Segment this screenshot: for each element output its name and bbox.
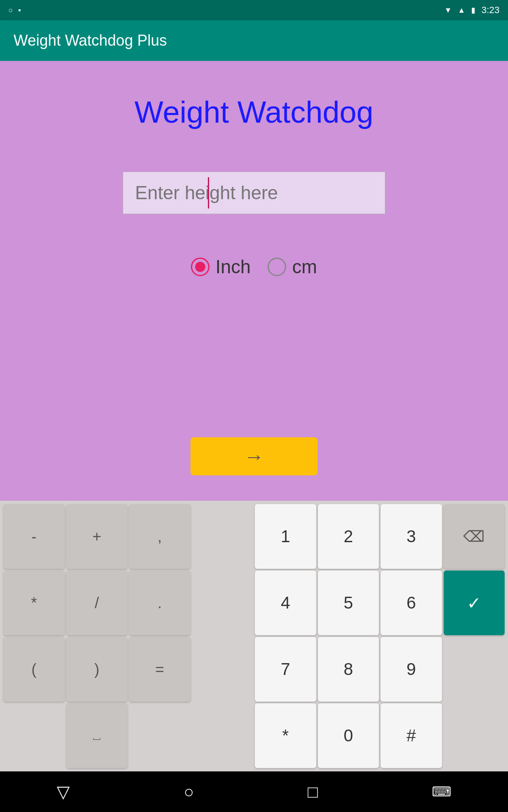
next-button[interactable]: → <box>190 437 318 475</box>
key-asterisk[interactable]: * <box>3 571 65 635</box>
app-heading: Weight Watchdog <box>135 95 373 129</box>
key-plus[interactable]: + <box>66 504 128 569</box>
arrow-right-icon: → <box>244 445 264 468</box>
inch-radio-inner <box>195 262 205 272</box>
keyboard-row-4: ⎵ * 0 # <box>3 703 505 768</box>
key-7[interactable]: 7 <box>255 637 316 702</box>
nav-bar: ▽ ○ □ ⌨ <box>0 771 508 812</box>
key-8[interactable]: 8 <box>318 637 379 702</box>
key-hash[interactable]: # <box>381 703 442 768</box>
key-3[interactable]: 3 <box>381 504 442 569</box>
key-delete[interactable]: ⌫ <box>444 504 505 569</box>
status-left-icons: ○ ▪ <box>8 6 21 15</box>
circle-icon: ○ <box>8 6 13 15</box>
back-icon[interactable]: ▽ <box>57 782 70 801</box>
keyboard-row-3: ( ) = 7 8 9 <box>3 637 505 702</box>
unit-radio-group: Inch cm <box>191 256 317 277</box>
key-enter[interactable]: ✓ <box>444 571 505 635</box>
key-dot[interactable]: . <box>129 571 190 635</box>
recents-icon[interactable]: □ <box>308 782 318 801</box>
status-bar: ○ ▪ ▼ ▲ ▮ 3:23 <box>0 0 508 20</box>
height-input[interactable] <box>123 172 385 214</box>
sim-icon: ▪ <box>18 6 21 15</box>
key-5[interactable]: 5 <box>318 571 379 635</box>
key-close-paren[interactable]: ) <box>66 637 128 702</box>
key-minus[interactable]: - <box>3 504 65 569</box>
keyboard: - + , 1 2 3 ⌫ * / . 4 5 6 ✓ ( ) = 7 8 9 … <box>0 501 508 771</box>
key-empty-7 <box>192 703 254 768</box>
inch-radio-circle[interactable] <box>191 258 210 276</box>
key-empty-8 <box>444 703 505 768</box>
text-cursor <box>208 177 209 208</box>
home-icon[interactable]: ○ <box>184 782 194 801</box>
cm-radio-circle[interactable] <box>268 258 286 276</box>
height-input-container[interactable] <box>123 172 385 214</box>
key-empty-5 <box>3 703 65 768</box>
key-open-paren[interactable]: ( <box>3 637 65 702</box>
keyboard-icon[interactable]: ⌨ <box>432 784 451 800</box>
key-6[interactable]: 6 <box>381 571 442 635</box>
inch-radio-label: Inch <box>215 256 251 277</box>
cm-radio-option[interactable]: cm <box>268 256 317 277</box>
key-1[interactable]: 1 <box>255 504 316 569</box>
cm-radio-label: cm <box>292 256 317 277</box>
key-empty-2 <box>192 571 254 635</box>
inch-radio-option[interactable]: Inch <box>191 256 251 277</box>
main-content: Weight Watchdog Inch cm → <box>0 61 508 501</box>
battery-icon: ▮ <box>471 5 475 15</box>
key-2[interactable]: 2 <box>318 504 379 569</box>
signal-icon: ▲ <box>458 6 465 15</box>
keyboard-row-1: - + , 1 2 3 ⌫ <box>3 504 505 569</box>
key-9[interactable]: 9 <box>381 637 442 702</box>
key-0[interactable]: 0 <box>318 703 379 768</box>
key-star[interactable]: * <box>255 703 316 768</box>
key-empty-6 <box>129 703 190 768</box>
key-4[interactable]: 4 <box>255 571 316 635</box>
status-time: 3:23 <box>481 5 500 16</box>
key-comma[interactable]: , <box>129 504 190 569</box>
key-space[interactable]: ⎵ <box>66 703 128 768</box>
status-right-icons: ▼ ▲ ▮ 3:23 <box>444 5 500 16</box>
key-slash[interactable]: / <box>66 571 128 635</box>
keyboard-row-2: * / . 4 5 6 ✓ <box>3 571 505 635</box>
key-equals[interactable]: = <box>129 637 190 702</box>
app-bar: Weight Watchdog Plus <box>0 20 508 61</box>
wifi-icon: ▼ <box>444 6 452 15</box>
app-bar-title: Weight Watchdog Plus <box>14 32 167 49</box>
key-empty-4 <box>444 637 505 702</box>
key-empty-3 <box>192 637 254 702</box>
key-empty-1 <box>192 504 254 569</box>
